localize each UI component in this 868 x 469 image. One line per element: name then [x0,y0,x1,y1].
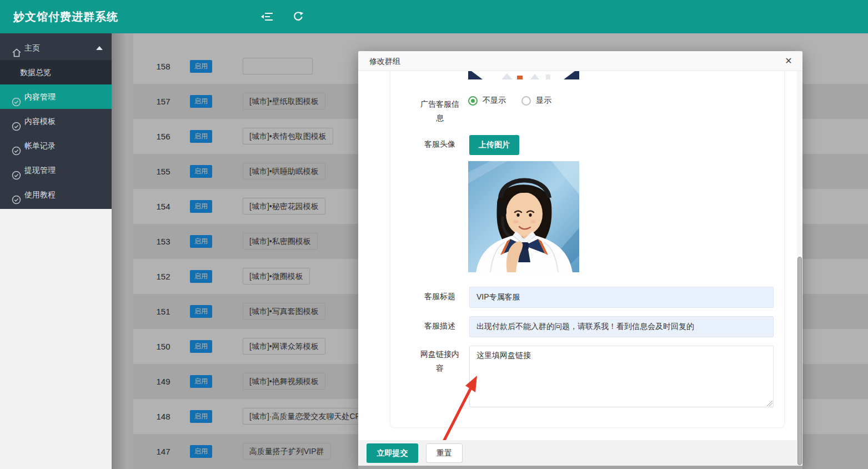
collapse-menu-icon[interactable] [261,11,273,23]
upload-image-button[interactable]: 上传图片 [469,135,519,155]
ad-service-radio-group: 不显示显示 [468,96,551,106]
caret-up-icon [96,46,103,50]
sidebar-item-label: 提现管理 [24,158,56,182]
modal-body: 广告客服信息 不显示显示 客服头像 上传图片 [358,71,802,469]
sidebar-nav: 主页数据总览内容管理内容模板帐单记录提现管理使用教程 [0,33,112,209]
reset-button[interactable]: 重置 [426,443,463,463]
netdisk-link-label: 网盘链接内容 [418,347,461,375]
circle-check-icon [12,92,22,102]
circle-check-icon [12,141,22,151]
circle-check-icon [12,189,22,199]
sidebar-item-0[interactable]: 主页 [0,36,112,60]
sidebar-item-3[interactable]: 内容模板 [0,109,112,133]
circle-check-icon [12,116,22,126]
sidebar-item-label: 使用教程 [24,182,56,207]
radio-circle-icon[interactable] [521,96,531,106]
service-title-label: 客服标题 [418,290,461,303]
modal-title: 修改群组 [369,51,400,71]
submit-button[interactable]: 立即提交 [367,443,418,463]
top-header-bar: 妙文馆付费进群系统 [0,0,868,33]
service-title-input[interactable] [469,287,774,308]
edit-group-modal: 修改群组 ✕ 广告客服信息 不显示显示 客服头像 [358,51,802,469]
close-icon[interactable]: ✕ [782,55,795,67]
radio-circle-icon[interactable] [468,96,478,106]
sidebar-item-6[interactable]: 使用教程 [0,182,112,207]
ad-service-info-label: 广告客服信息 [418,97,461,125]
service-desc-label: 客服描述 [418,319,461,333]
modal-titlebar: 修改群组 ✕ [358,51,802,71]
circle-check-icon [12,165,22,175]
home-icon [12,43,22,53]
radio-option-0[interactable]: 不显示 [468,96,506,106]
sidebar-item-1[interactable]: 数据总览 [0,60,112,84]
refresh-icon[interactable] [292,11,304,23]
vertical-scrollbar-thumb[interactable] [797,257,802,465]
radio-label: 不显示 [483,96,506,106]
sidebar-item-label: 内容模板 [24,109,56,133]
sidebar-item-label: 主页 [24,36,40,60]
modal-footer: 立即提交 重置 [358,440,802,466]
sidebar-item-label: 帐单记录 [24,133,56,158]
customer-service-photo [468,161,579,272]
netdisk-link-textarea[interactable]: 这里填网盘链接 [469,346,774,407]
sidebar-item-label: 数据总览 [20,60,51,84]
radio-label: 显示 [536,96,551,106]
service-desc-input[interactable] [469,316,774,337]
radio-option-1[interactable]: 显示 [521,96,551,106]
app-title: 妙文馆付费进群系统 [0,9,118,24]
sidebar-item-5[interactable]: 提现管理 [0,158,112,182]
sidebar-item-4[interactable]: 帐单记录 [0,133,112,158]
sidebar-item-2[interactable]: 内容管理 [0,84,112,109]
app-window: 158 启用 157 启用 [城市]•壁纸取图模板 156 启用 [城市]•表情… [0,0,868,469]
horizontal-scrollbar[interactable] [358,466,802,469]
service-avatar-label: 客服头像 [418,137,461,151]
sidebar-item-label: 内容管理 [24,84,56,109]
group-avatar-image-bottom [468,71,579,79]
